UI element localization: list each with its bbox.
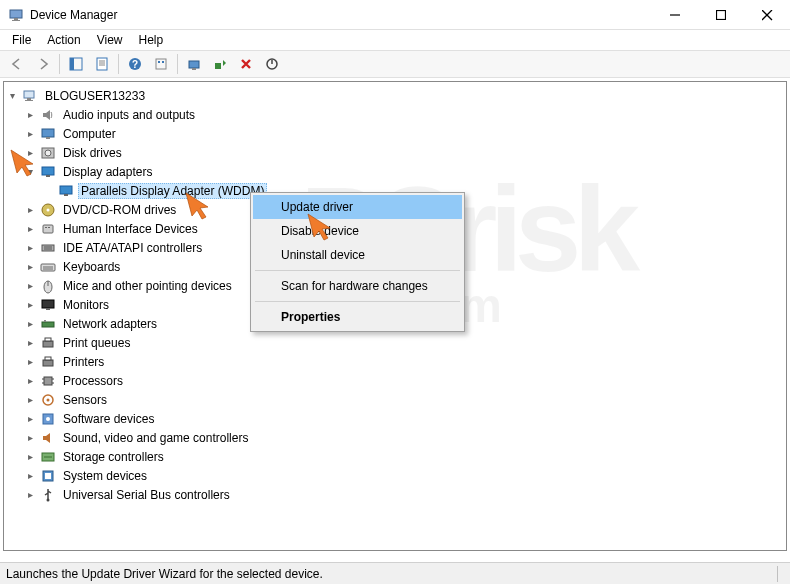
display-icon: [40, 164, 56, 180]
expand-toggle-icon[interactable]: ▾: [4, 88, 20, 104]
expand-toggle-icon[interactable]: ▸: [22, 240, 38, 256]
toolbar: ?: [0, 50, 790, 78]
menu-view[interactable]: View: [89, 31, 131, 49]
expand-toggle-icon[interactable]: ▸: [22, 278, 38, 294]
tree-category[interactable]: ▸System devices: [4, 466, 786, 485]
tree-category[interactable]: ▸Audio inputs and outputs: [4, 105, 786, 124]
uninstall-button[interactable]: [234, 52, 258, 76]
net-icon: [40, 316, 56, 332]
expand-toggle-icon[interactable]: ▸: [22, 107, 38, 123]
expand-toggle-icon[interactable]: ▾: [22, 164, 38, 180]
speaker-icon: [40, 107, 56, 123]
svg-rect-26: [46, 137, 50, 139]
svg-rect-31: [60, 186, 72, 194]
help-button[interactable]: ?: [123, 52, 147, 76]
ide-icon: [40, 240, 56, 256]
expand-toggle-icon[interactable]: ▸: [22, 259, 38, 275]
expand-toggle-icon[interactable]: ▸: [22, 392, 38, 408]
context-menu-item[interactable]: Scan for hardware changes: [253, 274, 462, 298]
properties-button[interactable]: [90, 52, 114, 76]
window-controls: [652, 0, 790, 29]
expand-toggle-icon[interactable]: ▸: [22, 316, 38, 332]
expand-toggle-icon[interactable]: ▸: [22, 202, 38, 218]
expand-toggle-icon[interactable]: ▸: [22, 430, 38, 446]
svg-point-34: [47, 208, 50, 211]
expand-toggle-icon[interactable]: ▸: [22, 126, 38, 142]
expand-toggle-icon[interactable]: ▸: [22, 354, 38, 370]
display-icon: [58, 183, 74, 199]
tree-category[interactable]: ▾Display adapters: [4, 162, 786, 181]
tree-item-label: Display adapters: [60, 164, 155, 180]
svg-rect-37: [48, 227, 50, 228]
disable-button[interactable]: [260, 52, 284, 76]
expand-toggle-icon[interactable]: ▸: [22, 297, 38, 313]
svg-rect-0: [10, 10, 22, 18]
titlebar: Device Manager: [0, 0, 790, 30]
soft-icon: [40, 411, 56, 427]
tree-category[interactable]: ▸Sensors: [4, 390, 786, 409]
svg-rect-52: [43, 360, 53, 366]
tree-category[interactable]: ▸Disk drives: [4, 143, 786, 162]
context-menu-item[interactable]: Update driver: [253, 195, 462, 219]
toolbar-separator: [177, 54, 178, 74]
show-hide-tree-button[interactable]: [64, 52, 88, 76]
expand-toggle-icon[interactable]: ▸: [22, 487, 38, 503]
expand-toggle-icon[interactable]: [40, 183, 56, 199]
tree-category[interactable]: ▸Sound, video and game controllers: [4, 428, 786, 447]
expand-toggle-icon[interactable]: ▸: [22, 373, 38, 389]
svg-rect-16: [158, 61, 160, 63]
expand-toggle-icon[interactable]: ▸: [22, 468, 38, 484]
context-menu: Update driverDisable deviceUninstall dev…: [250, 192, 465, 332]
context-menu-separator: [255, 270, 460, 271]
tree-category[interactable]: ▸Software devices: [4, 409, 786, 428]
update-driver-button[interactable]: [208, 52, 232, 76]
forward-button[interactable]: [31, 52, 55, 76]
scan-hardware-button[interactable]: [182, 52, 206, 76]
maximize-button[interactable]: [698, 0, 744, 30]
minimize-button[interactable]: [652, 0, 698, 30]
svg-rect-51: [45, 338, 51, 341]
svg-point-60: [47, 398, 50, 401]
svg-rect-23: [27, 98, 31, 100]
app-icon: [8, 7, 24, 23]
tree-item-label: Audio inputs and outputs: [60, 107, 198, 123]
tree-item-label: BLOGUSER13233: [42, 88, 148, 104]
tree-category[interactable]: ▸Storage controllers: [4, 447, 786, 466]
tree-item-label: DVD/CD-ROM drives: [60, 202, 179, 218]
close-button[interactable]: [744, 0, 790, 30]
sound-icon: [40, 430, 56, 446]
context-menu-item[interactable]: Properties: [253, 305, 462, 329]
disk-icon: [40, 145, 56, 161]
menu-file[interactable]: File: [4, 31, 39, 49]
tree-category[interactable]: ▸Universal Serial Bus controllers: [4, 485, 786, 504]
expand-toggle-icon[interactable]: ▸: [22, 221, 38, 237]
context-menu-item[interactable]: Uninstall device: [253, 243, 462, 267]
tree-category[interactable]: ▸Printers: [4, 352, 786, 371]
tree-item-label: Human Interface Devices: [60, 221, 201, 237]
tree-category[interactable]: ▸Print queues: [4, 333, 786, 352]
svg-rect-8: [70, 58, 74, 70]
svg-rect-38: [42, 245, 54, 251]
menu-help[interactable]: Help: [131, 31, 172, 49]
svg-rect-15: [156, 59, 166, 69]
toolbar-icon-button[interactable]: [149, 52, 173, 76]
menu-action[interactable]: Action: [39, 31, 88, 49]
expand-toggle-icon[interactable]: ▸: [22, 449, 38, 465]
expand-toggle-icon[interactable]: ▸: [22, 335, 38, 351]
expand-toggle-icon[interactable]: ▸: [22, 411, 38, 427]
tree-category[interactable]: ▸Computer: [4, 124, 786, 143]
svg-rect-17: [162, 61, 164, 63]
context-menu-item[interactable]: Disable device: [253, 219, 462, 243]
tree-item-label: Computer: [60, 126, 119, 142]
back-button[interactable]: [5, 52, 29, 76]
tree-item-label: Network adapters: [60, 316, 160, 332]
monitor-icon: [40, 126, 56, 142]
svg-rect-49: [44, 320, 46, 322]
svg-rect-32: [64, 194, 68, 196]
tree-item-label: System devices: [60, 468, 150, 484]
tree-item-label: Processors: [60, 373, 126, 389]
tree-category[interactable]: ▸Processors: [4, 371, 786, 390]
expand-toggle-icon[interactable]: ▸: [22, 145, 38, 161]
tree-root[interactable]: ▾BLOGUSER13233: [4, 86, 786, 105]
tree-item-label: Mice and other pointing devices: [60, 278, 235, 294]
